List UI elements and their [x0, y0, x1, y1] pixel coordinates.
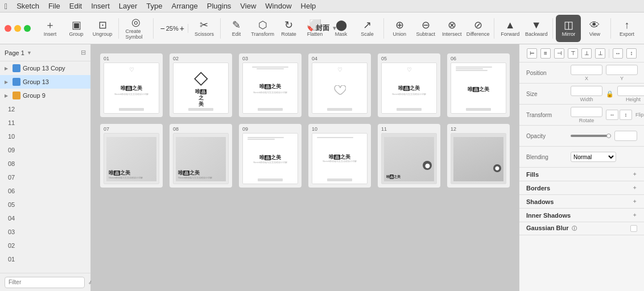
opacity-slider[interactable]: [571, 135, 611, 137]
export-button[interactable]: ↑ Export: [614, 15, 639, 42]
flip-v-btn[interactable]: ↕: [620, 110, 632, 120]
layer-num-09[interactable]: 09: [0, 143, 90, 157]
layer-num-08[interactable]: 08: [0, 157, 90, 171]
card-thumb: 唯品之美 Sketch移动端与互交流程设计详解: [104, 133, 159, 184]
menu-sketch[interactable]: Sketch: [16, 2, 39, 10]
edit-button[interactable]: ✎ Edit: [224, 15, 249, 42]
layer-num-02[interactable]: 02: [0, 239, 90, 252]
page-selector[interactable]: Page 1 ▼ ⊟: [0, 44, 90, 61]
inner-shadows-add-icon[interactable]: ＋: [632, 211, 637, 219]
menu-insert[interactable]: Insert: [91, 2, 110, 10]
layer-group13copy[interactable]: ▶ Group 13 Copy: [0, 61, 90, 75]
width-input[interactable]: [571, 86, 602, 96]
page-card-06[interactable]: 06 唯品之美: [447, 53, 510, 117]
sidebar-collapse-btn[interactable]: ⊟: [81, 49, 86, 56]
layer-num-05[interactable]: 05: [0, 198, 90, 211]
filter-input[interactable]: [5, 277, 85, 288]
forward-button[interactable]: ▲ Forward: [498, 15, 523, 42]
shadows-section-header[interactable]: Shadows ＋: [519, 195, 644, 209]
gaussian-checkbox[interactable]: [630, 225, 637, 232]
page-card-01[interactable]: 01 ♡ 唯品之美 Sketch移动端与互交流程设计详解: [100, 53, 163, 117]
fills-section-header[interactable]: Fills ＋: [519, 168, 644, 181]
distribute-h-btn[interactable]: ↔: [613, 48, 623, 59]
menu-file[interactable]: File: [48, 2, 60, 10]
page-card-10[interactable]: 10 唯品之美 Sketch移动端与互交流程设计详解: [308, 124, 371, 188]
distribute-v-btn[interactable]: ↕: [626, 48, 637, 59]
inner-shadows-section-header[interactable]: Inner Shadows ＋: [519, 209, 644, 222]
page-card-05[interactable]: 05 ♡ 唯品之美 Sketch移动端与互交流程设计详解: [378, 53, 440, 117]
align-center-h-btn[interactable]: ≡: [540, 48, 551, 59]
layer-num-10[interactable]: 10: [0, 130, 90, 143]
edit-icon: ✎: [232, 20, 241, 30]
align-bottom-btn[interactable]: ⊥: [595, 48, 605, 59]
rotate-input[interactable]: [571, 107, 602, 117]
page-card-04[interactable]: 04 ♡: [308, 53, 371, 117]
menu-layer[interactable]: Layer: [119, 2, 138, 10]
x-label: X: [585, 76, 588, 81]
maximize-button[interactable]: [24, 25, 31, 32]
layer-num-01[interactable]: 01: [0, 252, 90, 266]
difference-button[interactable]: ⊘ Difference: [465, 15, 490, 42]
union-button[interactable]: ⊕ Union: [387, 15, 412, 42]
page-card-07[interactable]: 07 唯品之美 Sketch移动端与互交流程设计详解: [100, 124, 163, 188]
menu-view[interactable]: View: [240, 2, 256, 10]
title-dropdown-arrow[interactable]: ▼: [332, 25, 337, 31]
page-card-08[interactable]: 08 唯品之美 Sketch移动端与互交流程设计详解: [170, 124, 232, 188]
layer-num-04[interactable]: 04: [0, 211, 90, 225]
layer-num-03[interactable]: 03: [0, 225, 90, 239]
opacity-section: Opacity: [519, 126, 644, 147]
page-card-11[interactable]: 11 ⬤ 唯品之美: [378, 124, 440, 188]
close-button[interactable]: [5, 25, 11, 32]
scissors-button[interactable]: ✂ Scissors: [192, 15, 217, 42]
group-button[interactable]: ▣ Group: [64, 15, 89, 42]
page-card-02[interactable]: 02 ◇ 唯品之美: [170, 53, 232, 117]
shadows-add-icon[interactable]: ＋: [632, 198, 637, 205]
layer-num-11[interactable]: 11: [0, 116, 90, 130]
page-card-12[interactable]: 12 ⬤: [447, 124, 510, 188]
rotate-button[interactable]: ↻ Rotate: [276, 15, 302, 42]
position-y-input[interactable]: [606, 65, 638, 75]
menu-plugins[interactable]: Plugins: [207, 2, 232, 10]
layer-group9[interactable]: ▶ Group 9: [0, 89, 90, 102]
backward-button[interactable]: ▼ Backward: [524, 15, 549, 42]
menu-arrange[interactable]: Arrange: [171, 2, 197, 10]
page-card-03[interactable]: 03 唯品之美 Sketch移动端与互交流程设计详解: [239, 53, 302, 117]
create-symbol-button[interactable]: ◎ Create Symbol: [122, 15, 150, 42]
align-left-btn[interactable]: ⊢: [527, 48, 537, 59]
flip-h-btn[interactable]: ↔: [606, 110, 618, 120]
position-x-input[interactable]: [571, 65, 602, 75]
layer-num-06[interactable]: 06: [0, 184, 90, 198]
page-card-09[interactable]: 09 唯品之美 Sketch移动端与互交流程设计详解: [239, 124, 302, 188]
borders-section-header[interactable]: Borders ＋: [519, 181, 644, 195]
layer-num-07[interactable]: 07: [0, 171, 90, 184]
align-right-btn[interactable]: ⊣: [554, 48, 564, 59]
zoom-minus[interactable]: −: [160, 24, 165, 33]
transform-button[interactable]: ⬡ Transform: [250, 15, 275, 42]
layer-num-12[interactable]: 12: [0, 102, 90, 116]
view-button[interactable]: 👁 View: [582, 15, 607, 42]
menu-type[interactable]: Type: [146, 2, 162, 10]
fills-label: Fills: [526, 171, 539, 178]
zoom-plus[interactable]: +: [180, 24, 184, 33]
align-top-btn[interactable]: ⊤: [568, 48, 578, 59]
subtract-button[interactable]: ⊖ Subtract: [413, 15, 438, 42]
menu-edit[interactable]: Edit: [69, 2, 82, 10]
align-center-v-btn[interactable]: ⊥: [581, 48, 592, 59]
menu-help[interactable]: Help: [301, 2, 316, 10]
height-input[interactable]: [617, 86, 644, 96]
opacity-input[interactable]: [614, 131, 637, 141]
apple-menu[interactable]: : [5, 2, 7, 11]
borders-add-icon[interactable]: ＋: [632, 184, 637, 192]
ungroup-button[interactable]: ⊡ Ungroup: [90, 15, 115, 42]
layer-group13[interactable]: ▶ Group 13: [0, 75, 90, 89]
insert-button[interactable]: ＋ Insert: [38, 15, 63, 42]
mirror-button[interactable]: ◫ Mirror: [556, 15, 581, 42]
scale-button[interactable]: ↗ Scale: [355, 15, 380, 42]
fills-add-icon[interactable]: ＋: [632, 171, 637, 178]
menu-window[interactable]: Window: [265, 2, 291, 10]
minimize-button[interactable]: [14, 25, 21, 32]
create-symbol-icon: ◎: [131, 17, 141, 27]
lock-icon[interactable]: 🔒: [606, 90, 614, 98]
blending-select[interactable]: Normal: [571, 152, 616, 162]
intersect-button[interactable]: ⊗ Intersect: [439, 15, 464, 42]
